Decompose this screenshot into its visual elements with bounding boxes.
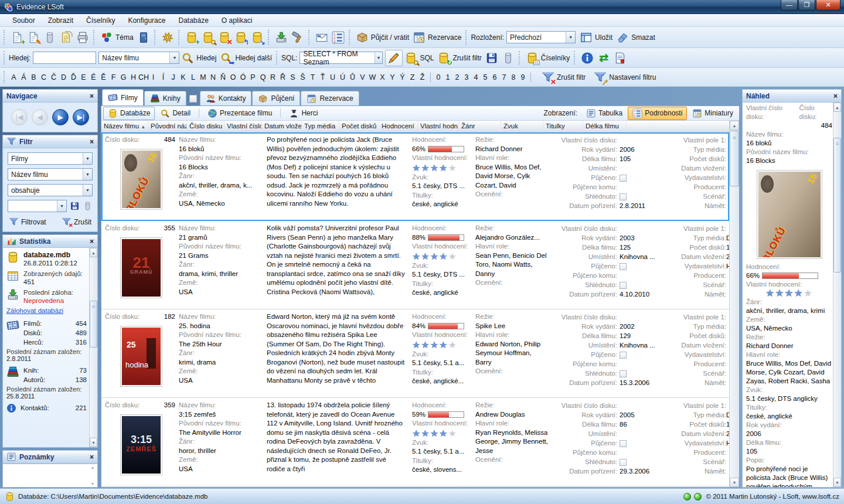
alpha-letter[interactable]: X	[377, 73, 387, 81]
alpha-letter[interactable]: Ú	[338, 73, 348, 81]
borrowed-checkbox[interactable]	[620, 263, 627, 270]
tab-pujceni[interactable]: Půjčení	[252, 91, 300, 105]
db-delete-button[interactable]: ✕	[216, 30, 233, 45]
alpha-digit[interactable]: 0	[434, 73, 443, 81]
view-podrobnosti-button[interactable]: Podrobnosti	[628, 107, 687, 120]
copy-record-button[interactable]	[58, 30, 74, 45]
watched-checkbox[interactable]	[620, 193, 627, 200]
reservation-button[interactable]: Rezervace	[411, 30, 463, 45]
nav-last-button[interactable]: ▶|	[73, 109, 89, 125]
alpha-letter[interactable]: Š	[298, 73, 308, 81]
column-header[interactable]: Datum vložení	[262, 121, 302, 132]
tab-rezervace[interactable]: Rezervace	[301, 91, 359, 105]
tab-knihy[interactable]: Knihy	[144, 91, 186, 105]
sql-select[interactable]: SELECT * FROM Seznam▼	[300, 52, 383, 64]
subtab-databaze[interactable]: Databáze	[103, 107, 155, 120]
alpha-letter[interactable]: J	[168, 73, 178, 81]
borrow-return-button[interactable]: Půjčit / vrátit	[354, 30, 411, 45]
cancel-filter-button[interactable]: ↻Zrušit filtr	[435, 50, 483, 66]
numbered-list-button[interactable]	[330, 30, 346, 45]
print-button[interactable]	[74, 30, 91, 45]
alpha-letter[interactable]: Ř	[278, 73, 288, 81]
alpha-digit[interactable]: 9	[518, 73, 528, 81]
table-scrollbar[interactable]: ▲ ▼	[729, 121, 739, 487]
alpha-letter[interactable]: CH	[138, 73, 148, 81]
alpha-letter[interactable]: D	[59, 73, 69, 81]
apply-filter-button[interactable]: Filtrovat	[9, 217, 46, 227]
alpha-digit[interactable]: 8	[509, 73, 518, 81]
column-header[interactable]: Vlastní hodn...	[418, 121, 459, 132]
alpha-digit[interactable]: 7	[499, 73, 509, 81]
nav-first-button[interactable]: |◀	[11, 109, 28, 125]
refresh-button[interactable]: ⇄	[595, 50, 612, 66]
watched-checkbox[interactable]	[620, 282, 627, 289]
column-header[interactable]: Vlastní číslo...	[224, 121, 262, 132]
layout-select[interactable]: Předchozí▼	[506, 31, 576, 43]
sql-run-button[interactable]: SQL	[403, 50, 435, 66]
scroll-down-icon[interactable]: ▼	[833, 478, 841, 487]
delete-filter-icon[interactable]	[83, 201, 93, 211]
alpha-digit[interactable]: 3	[462, 73, 471, 81]
alpha-digit[interactable]: 5	[481, 73, 490, 81]
filter-table-select[interactable]: Filmy▼	[8, 152, 93, 165]
column-header[interactable]: Typ média	[302, 121, 339, 132]
search-button[interactable]: Hledej	[179, 50, 218, 66]
alpha-letter[interactable]: Ó	[238, 73, 248, 81]
backup-button[interactable]	[273, 30, 290, 45]
alpha-digit[interactable]: 4	[471, 73, 481, 81]
column-header[interactable]: Délka filmu	[583, 121, 627, 132]
scroll-up-icon[interactable]: ▲	[90, 248, 97, 257]
alpha-letter[interactable]: A	[9, 73, 19, 81]
db-add-button[interactable]: +	[183, 30, 200, 45]
movie-row[interactable]: Číslo disku:355 21GRAMŮ Název filmu: 21 …	[101, 221, 729, 309]
close-icon[interactable]: ×	[90, 138, 94, 146]
notes-textarea[interactable]: ▲▼	[3, 464, 97, 487]
alpha-letter[interactable]: Á	[19, 73, 29, 81]
tab-filmy[interactable]: Filmy	[102, 89, 144, 105]
watched-checkbox[interactable]	[620, 459, 627, 466]
sql-edit-button[interactable]	[385, 50, 403, 66]
menu-o-aplikaci[interactable]: O aplikaci	[215, 15, 259, 26]
alpha-digit[interactable]: 6	[490, 73, 499, 81]
alpha-letter[interactable]: H	[128, 73, 138, 81]
scroll-up-icon[interactable]: ▲	[833, 103, 841, 112]
alpha-letter[interactable]: K	[178, 73, 188, 81]
close-icon[interactable]: ×	[833, 92, 838, 100]
filter-value-input[interactable]: ▼	[8, 200, 67, 212]
column-header[interactable]: Titulky	[543, 121, 583, 132]
column-header[interactable]: Počet disků	[339, 121, 379, 132]
clear-filter-button[interactable]: ✕Zrušit	[62, 217, 91, 227]
column-header[interactable]: Číslo disku	[187, 121, 224, 132]
search-field-select[interactable]: Název filmu▼	[98, 52, 179, 64]
alpha-letter[interactable]: Z	[407, 73, 417, 81]
alpha-letter[interactable]: N	[208, 73, 218, 81]
alpha-letter[interactable]: Y	[387, 73, 397, 81]
license-button[interactable]	[612, 50, 628, 66]
save-layout-button[interactable]: Uložit	[578, 30, 614, 45]
movie-row[interactable]: Číslo disku:182 25hodina Název filmu: 25…	[101, 309, 729, 398]
alpha-letter[interactable]: B	[29, 73, 39, 81]
alpha-letter[interactable]: Í	[158, 73, 168, 81]
column-header[interactable]: Hodnocení	[379, 121, 418, 132]
column-header[interactable]: Žánr	[459, 121, 501, 132]
alpha-letter[interactable]: P	[248, 73, 258, 81]
alpha-digit[interactable]: 2	[452, 73, 462, 81]
preview-scrollbar[interactable]: ▲ ▼	[833, 103, 841, 487]
close-button[interactable]: ✕	[816, 0, 840, 11]
alpha-digit[interactable]: 1	[443, 73, 452, 81]
info-button[interactable]	[579, 50, 595, 66]
delete-layout-button[interactable]: Smazat	[614, 30, 657, 45]
backup-database-link[interactable]: Zálohovat databázi	[6, 307, 63, 314]
alpha-letter[interactable]: G	[118, 73, 128, 81]
close-icon[interactable]: ×	[90, 237, 94, 246]
column-header[interactable]: Zvuk	[501, 121, 543, 132]
edit-record-button[interactable]: ✎	[25, 30, 42, 45]
delete-filter-button[interactable]	[500, 50, 516, 66]
column-header[interactable]: Původní náz...	[148, 121, 187, 132]
alphabet-cancel-filter-button[interactable]: ✕Zrušit filtr	[540, 70, 587, 85]
borrowed-checkbox[interactable]	[620, 440, 627, 447]
alpha-letter[interactable]: Ň	[218, 73, 228, 81]
alpha-letter[interactable]: S	[288, 73, 298, 81]
scroll-down-icon[interactable]: ▼	[730, 478, 739, 487]
menu-ciselniky[interactable]: Číselníky	[80, 15, 121, 26]
